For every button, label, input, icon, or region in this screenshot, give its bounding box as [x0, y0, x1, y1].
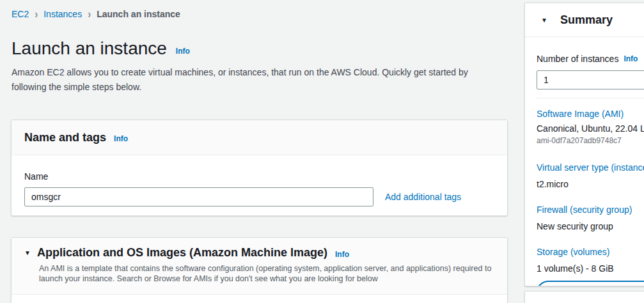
software-image-link[interactable]: Software Image (AMI) — [537, 109, 644, 119]
name-field-label: Name — [24, 171, 48, 182]
number-of-instances-input[interactable] — [537, 70, 644, 89]
collapse-caret-icon: ▼ — [24, 249, 31, 256]
number-of-instances-label: Number of instances — [537, 54, 618, 64]
software-image-ami-id: ami-0df7a207adb9748c7 — [537, 136, 644, 145]
ami-card: ▼ Application and OS Images (Amazon Mach… — [11, 237, 508, 303]
summary-title: Summary — [560, 13, 613, 27]
breadcrumb-current-page: Launch an instance — [97, 9, 180, 19]
name-and-tags-header: Name and tags Info — [12, 120, 507, 155]
ami-expand-toggle[interactable]: ▼ Application and OS Images (Amazon Mach… — [24, 246, 494, 260]
ami-card-title: Application and OS Images (Amazon Machin… — [37, 246, 327, 260]
firewall-link[interactable]: Firewall (security group) — [537, 205, 644, 215]
breadcrumb-separator-icon: › — [88, 7, 91, 20]
ami-description: An AMI is a template that contains the s… — [39, 263, 496, 284]
page-header: Launch an instance Info — [12, 38, 190, 59]
summary-section-server-type: Virtual server type (instance t2.micro — [537, 162, 644, 189]
breadcrumb-link-ec2[interactable]: EC2 — [12, 9, 29, 19]
summary-section-firewall: Firewall (security group) New security g… — [537, 205, 644, 231]
virtual-server-type-value: t2.micro — [537, 179, 644, 189]
page-title-info-link[interactable]: Info — [176, 47, 190, 56]
instance-name-input[interactable] — [24, 187, 373, 206]
number-of-instances-info-link[interactable]: Info — [624, 54, 638, 63]
breadcrumb: EC2 › Instances › Launch an instance — [12, 8, 180, 19]
summary-footer-card-partial — [524, 291, 644, 303]
storage-link[interactable]: Storage (volumes) — [537, 247, 644, 257]
name-and-tags-title: Name and tags — [24, 131, 106, 144]
name-and-tags-body: Name Add additional tags — [12, 155, 507, 206]
page-title: Launch an instance — [12, 38, 167, 59]
virtual-server-type-link[interactable]: Virtual server type (instance — [537, 162, 644, 173]
summary-panel: ▼ Summary Number of instances Info Softw… — [524, 3, 644, 286]
summary-section-storage: Storage (volumes) 1 volume(s) - 8 GiB — [537, 247, 644, 274]
firewall-value: New security group — [537, 221, 644, 231]
page-description: Amazon EC2 allows you to create virtual … — [12, 65, 492, 95]
summary-footer-button-partial[interactable] — [536, 281, 644, 286]
ami-card-header: ▼ Application and OS Images (Amazon Mach… — [12, 238, 507, 295]
breadcrumb-separator-icon: › — [35, 7, 38, 20]
breadcrumb-link-instances[interactable]: Instances — [43, 9, 82, 19]
software-image-value: Canonical, Ubuntu, 22.04 L — [537, 123, 644, 134]
summary-collapse-toggle[interactable]: ▼ Summary — [525, 3, 644, 37]
summary-divider — [537, 98, 644, 98]
name-input-row: Add additional tags — [24, 187, 494, 206]
name-and-tags-info-link[interactable]: Info — [114, 134, 128, 143]
name-and-tags-card: Name and tags Info Name Add additional t… — [11, 120, 508, 216]
storage-value: 1 volume(s) - 8 GiB — [537, 263, 644, 274]
summary-section-software-image: Software Image (AMI) Canonical, Ubuntu, … — [537, 109, 644, 145]
add-additional-tags-link[interactable]: Add additional tags — [385, 192, 461, 202]
summary-body: Number of instances Info Software Image … — [525, 54, 644, 274]
collapse-caret-icon: ▼ — [541, 17, 547, 24]
ami-info-link[interactable]: Info — [335, 250, 349, 259]
number-of-instances-row: Number of instances Info — [537, 54, 644, 64]
